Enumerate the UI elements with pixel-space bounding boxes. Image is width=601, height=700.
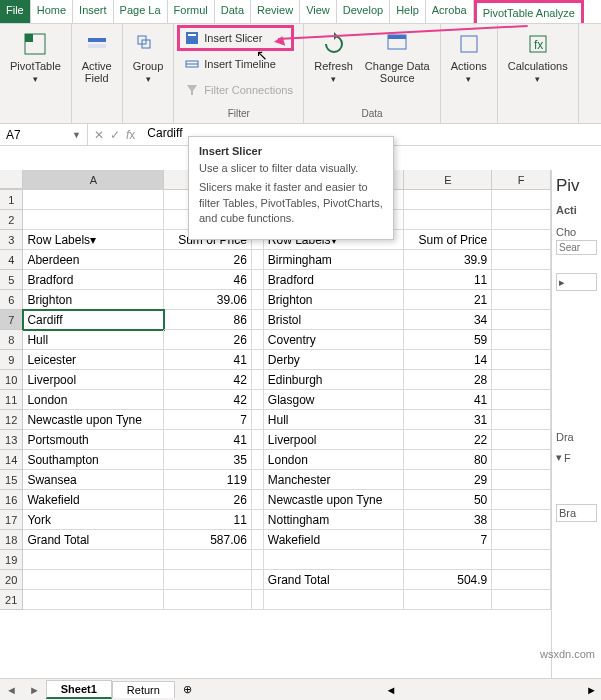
- cell[interactable]: [492, 530, 551, 550]
- row-header[interactable]: 16: [0, 490, 23, 510]
- new-sheet-button[interactable]: ⊕: [175, 683, 200, 696]
- cell[interactable]: 22: [404, 430, 492, 450]
- row-header[interactable]: 13: [0, 430, 23, 450]
- checkbox-icon[interactable]: ▸: [559, 276, 565, 288]
- row-header[interactable]: 5: [0, 270, 23, 290]
- row-header[interactable]: 1: [0, 190, 23, 210]
- actions-button[interactable]: Actions ▾: [447, 28, 491, 86]
- cell[interactable]: 7: [404, 530, 492, 550]
- cell[interactable]: [252, 510, 264, 530]
- row-header[interactable]: 21: [0, 590, 23, 610]
- cell[interactable]: [252, 470, 264, 490]
- cell[interactable]: 587.06: [164, 530, 252, 550]
- cell[interactable]: Cardiff: [23, 310, 164, 330]
- cell[interactable]: Grand Total: [264, 570, 405, 590]
- col-F[interactable]: F: [492, 170, 551, 190]
- cell[interactable]: Hull: [23, 330, 164, 350]
- cell[interactable]: Birmingham: [264, 250, 405, 270]
- cell[interactable]: Hull: [264, 410, 405, 430]
- cell[interactable]: [492, 450, 551, 470]
- cell[interactable]: 11: [164, 510, 252, 530]
- cell[interactable]: York: [23, 510, 164, 530]
- cell[interactable]: [492, 410, 551, 430]
- chevron-down-icon[interactable]: ▼: [72, 130, 81, 140]
- cell[interactable]: [492, 550, 551, 570]
- cell[interactable]: Wakefield: [264, 530, 405, 550]
- cell[interactable]: [252, 590, 264, 610]
- cell[interactable]: [492, 270, 551, 290]
- cell[interactable]: [252, 570, 264, 590]
- tab-formulas[interactable]: Formul: [168, 0, 215, 23]
- sheet-nav-next[interactable]: ►: [23, 684, 46, 696]
- tab-acrobat[interactable]: Acroba: [426, 0, 474, 23]
- cell[interactable]: 41: [404, 390, 492, 410]
- cell[interactable]: 7: [164, 410, 252, 430]
- group-button[interactable]: Group ▾: [129, 28, 168, 86]
- cell[interactable]: 26: [164, 490, 252, 510]
- cell[interactable]: [492, 350, 551, 370]
- cell[interactable]: Leicester: [23, 350, 164, 370]
- cell[interactable]: Sum of Price: [404, 230, 492, 250]
- tab-pivottable-analyze[interactable]: PivotTable Analyze: [474, 0, 584, 23]
- cell[interactable]: [252, 350, 264, 370]
- cell[interactable]: Nottingham: [264, 510, 405, 530]
- cell[interactable]: Aberdeen: [23, 250, 164, 270]
- cell[interactable]: 59: [404, 330, 492, 350]
- row-header[interactable]: 10: [0, 370, 23, 390]
- row-header[interactable]: 7: [0, 310, 23, 330]
- cell[interactable]: [164, 550, 252, 570]
- cell[interactable]: [404, 550, 492, 570]
- row-header[interactable]: 6: [0, 290, 23, 310]
- row-header[interactable]: 15: [0, 470, 23, 490]
- tab-review[interactable]: Review: [251, 0, 300, 23]
- cell[interactable]: [264, 550, 405, 570]
- cell[interactable]: Derby: [264, 350, 405, 370]
- cell[interactable]: Bristol: [264, 310, 405, 330]
- tab-developer[interactable]: Develop: [337, 0, 390, 23]
- hscroll-right[interactable]: ►: [582, 684, 601, 696]
- cell[interactable]: 29: [404, 470, 492, 490]
- change-data-source-button[interactable]: Change Data Source: [361, 28, 434, 86]
- cell[interactable]: Brighton: [264, 290, 405, 310]
- cell[interactable]: Coventry: [264, 330, 405, 350]
- cell[interactable]: [252, 270, 264, 290]
- cell[interactable]: 39.06: [164, 290, 252, 310]
- cell[interactable]: 31: [404, 410, 492, 430]
- cell[interactable]: Glasgow: [264, 390, 405, 410]
- cell[interactable]: [252, 330, 264, 350]
- cell[interactable]: Row Labels▾: [23, 230, 164, 250]
- sheet-tab-sheet1[interactable]: Sheet1: [46, 680, 112, 699]
- fx-icon[interactable]: fx: [126, 128, 135, 142]
- cell[interactable]: 39.9: [404, 250, 492, 270]
- cell[interactable]: [252, 290, 264, 310]
- sheet-tab-return[interactable]: Return: [112, 681, 175, 698]
- tab-help[interactable]: Help: [390, 0, 426, 23]
- cell[interactable]: [23, 210, 164, 230]
- cell[interactable]: [252, 430, 264, 450]
- cell[interactable]: [252, 490, 264, 510]
- cell[interactable]: [404, 190, 492, 210]
- tab-home[interactable]: Home: [31, 0, 73, 23]
- select-all-corner[interactable]: [0, 170, 23, 189]
- tab-insert[interactable]: Insert: [73, 0, 114, 23]
- cell[interactable]: Southampton: [23, 450, 164, 470]
- cell[interactable]: London: [23, 390, 164, 410]
- cell[interactable]: Bradford: [23, 270, 164, 290]
- cell[interactable]: Grand Total: [23, 530, 164, 550]
- cell[interactable]: 14: [404, 350, 492, 370]
- sheet-nav-prev[interactable]: ◄: [0, 684, 23, 696]
- sidepane-search-input[interactable]: [556, 240, 597, 255]
- cell[interactable]: [492, 590, 551, 610]
- cell[interactable]: 42: [164, 370, 252, 390]
- cell[interactable]: Portsmouth: [23, 430, 164, 450]
- cell[interactable]: [492, 490, 551, 510]
- cell[interactable]: 46: [164, 270, 252, 290]
- cell[interactable]: [404, 210, 492, 230]
- row-header[interactable]: 2: [0, 210, 23, 230]
- cell[interactable]: 41: [164, 430, 252, 450]
- row-header[interactable]: 3: [0, 230, 23, 250]
- row-header[interactable]: 18: [0, 530, 23, 550]
- cell[interactable]: Bradford: [264, 270, 405, 290]
- tab-data[interactable]: Data: [215, 0, 251, 23]
- cell[interactable]: 50: [404, 490, 492, 510]
